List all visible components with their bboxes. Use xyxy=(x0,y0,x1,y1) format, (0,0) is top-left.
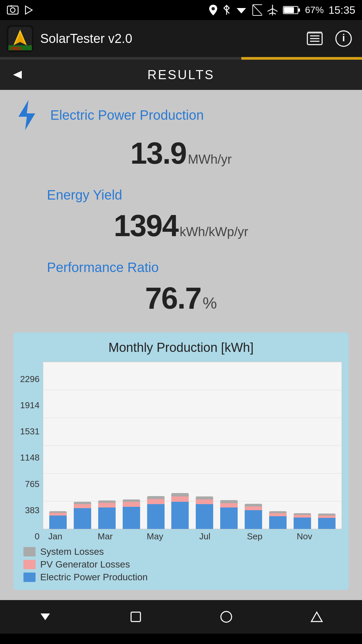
bar-stack-7 xyxy=(220,500,238,529)
bar-pv-11 xyxy=(318,516,336,518)
bar-pv-2 xyxy=(98,503,116,507)
energy-yield-value-row: 1394 kWh/kWp/yr xyxy=(13,205,349,250)
bar-losses-6 xyxy=(196,496,213,499)
nav-home-button[interactable] xyxy=(122,603,149,630)
bar-stack-1 xyxy=(74,502,91,529)
play-icon xyxy=(23,5,34,15)
bar-group-3 xyxy=(120,499,143,529)
svg-marker-24 xyxy=(18,100,35,130)
back-arrow-icon xyxy=(10,68,23,82)
app-icon: PRO xyxy=(7,25,34,52)
y-axis: 22961914153111487653830 xyxy=(20,374,43,542)
wifi-icon xyxy=(235,4,247,16)
legend-item-elec: Electric Power Production xyxy=(23,572,342,583)
battery-percent: 67% xyxy=(305,5,324,15)
nav-circle-button[interactable] xyxy=(213,603,240,630)
bar-pv-9 xyxy=(269,513,287,516)
bar-stack-4 xyxy=(147,496,165,529)
x-label-apr xyxy=(118,531,142,542)
tab-seg-3[interactable] xyxy=(241,57,362,60)
legend-label-elec: Electric Power Production xyxy=(40,572,148,583)
performance-ratio-section: Performance Ratio 76.7 % xyxy=(13,260,349,322)
chart-area: 22961914153111487653830 xyxy=(20,362,342,542)
status-bar: 67% 15:35 xyxy=(0,0,362,20)
nav-triangle-button[interactable] xyxy=(303,603,330,630)
bar-losses-3 xyxy=(123,499,140,502)
bar-stack-3 xyxy=(123,499,140,529)
legend-label-pv: PV Generator Losses xyxy=(40,559,130,570)
svg-point-27 xyxy=(221,611,232,622)
svg-rect-9 xyxy=(284,7,294,13)
electric-power-header: Electric Power Production xyxy=(13,100,349,130)
electric-power-section: Electric Power Production 13.9 MWh/yr xyxy=(13,100,349,177)
bar-pv-8 xyxy=(245,506,262,511)
info-icon-btn[interactable]: i xyxy=(332,27,355,50)
bar-losses-4 xyxy=(147,496,165,499)
tab-seg-2[interactable] xyxy=(121,57,241,60)
airplane-icon xyxy=(267,4,278,16)
svg-rect-2 xyxy=(10,5,12,7)
svg-text:PRO: PRO xyxy=(11,46,21,50)
app-title: SolarTester v2.0 xyxy=(40,32,296,46)
bar-pv-10 xyxy=(294,515,311,518)
tab-seg-1[interactable] xyxy=(0,57,121,60)
performance-ratio-value-row: 76.7 % xyxy=(13,278,349,322)
signal-icon xyxy=(252,4,262,16)
app-bar-actions: i xyxy=(303,27,355,50)
electric-power-value-row: 13.9 MWh/yr xyxy=(13,133,349,177)
list-icon xyxy=(306,30,323,47)
svg-marker-5 xyxy=(237,8,246,13)
x-label-dec xyxy=(317,531,342,542)
bar-elec-1 xyxy=(74,508,91,529)
performance-ratio-unit: % xyxy=(202,294,217,312)
bar-elec-4 xyxy=(147,504,165,529)
bar-group-10 xyxy=(291,513,314,529)
bar-stack-2 xyxy=(98,500,116,529)
nav-square-icon xyxy=(128,609,143,624)
y-label: 1148 xyxy=(20,452,40,463)
legend-label-losses: System Losses xyxy=(40,546,104,557)
toolbar-title: RESULTS xyxy=(25,68,337,82)
chart-bars-container xyxy=(43,362,342,529)
bar-stack-8 xyxy=(245,504,262,529)
svg-line-7 xyxy=(253,5,262,15)
x-label-nov: Nov xyxy=(292,531,317,542)
svg-marker-28 xyxy=(311,612,322,622)
bar-elec-6 xyxy=(196,504,213,529)
bar-group-7 xyxy=(218,500,241,529)
x-label-jan: Jan xyxy=(43,531,68,542)
svg-marker-3 xyxy=(25,6,32,14)
bar-elec-10 xyxy=(294,518,311,529)
performance-ratio-value: 76.7 xyxy=(145,281,201,315)
bar-losses-2 xyxy=(98,500,116,503)
bars-inner xyxy=(45,362,340,529)
bar-stack-9 xyxy=(269,511,287,529)
electric-power-value: 13.9 xyxy=(130,137,186,170)
nav-back-button[interactable] xyxy=(32,603,59,630)
x-label-jul: Jul xyxy=(192,531,217,542)
nav-bar xyxy=(0,600,362,634)
legend-swatch-losses xyxy=(23,547,36,556)
bar-pv-4 xyxy=(147,499,165,504)
y-label: 0 xyxy=(35,531,39,542)
x-label-oct xyxy=(267,531,292,542)
y-label: 1531 xyxy=(20,426,40,437)
bar-stack-11 xyxy=(318,514,336,529)
back-button[interactable] xyxy=(8,66,25,83)
svg-point-4 xyxy=(212,7,215,10)
chart-title: Monthly Production [kWh] xyxy=(20,340,342,355)
chart-legend: System Losses PV Generator Losses Electr… xyxy=(20,546,342,583)
main-content: Electric Power Production 13.9 MWh/yr En… xyxy=(0,90,362,600)
list-icon-btn[interactable] xyxy=(303,27,326,50)
legend-item-pv: PV Generator Losses xyxy=(23,559,342,570)
status-bar-left xyxy=(7,4,34,16)
bar-pv-5 xyxy=(171,496,189,502)
performance-ratio-header: Performance Ratio xyxy=(13,260,349,275)
energy-yield-header: Energy Yield xyxy=(13,187,349,203)
bar-elec-7 xyxy=(220,507,238,529)
photo-icon xyxy=(7,4,19,16)
solar-app-icon: PRO xyxy=(8,27,32,50)
energy-yield-unit: kWh/kWp/yr xyxy=(180,225,248,239)
legend-swatch-elec xyxy=(23,573,36,582)
bar-pv-7 xyxy=(220,503,238,507)
